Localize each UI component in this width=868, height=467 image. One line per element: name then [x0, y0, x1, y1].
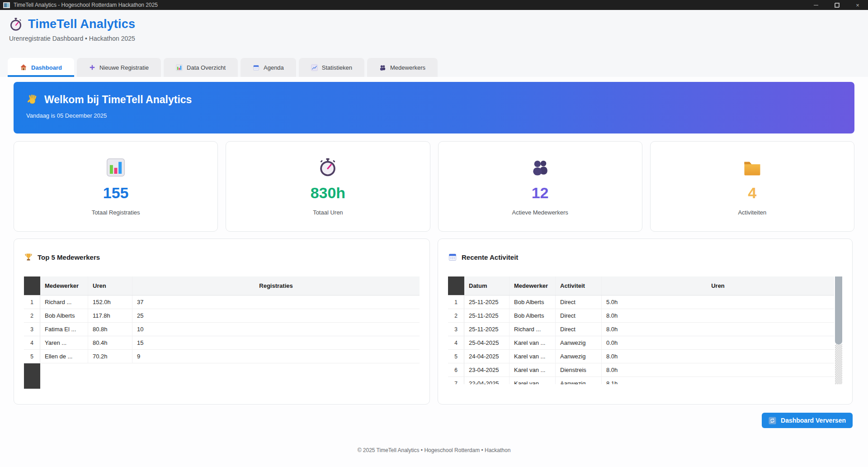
close-icon: ×	[856, 2, 859, 9]
tab-agenda[interactable]: Agenda	[241, 58, 296, 77]
table-row[interactable]: 722-04-2025Karel van ...Aanwezig8.1h	[448, 377, 834, 384]
close-button[interactable]: ×	[847, 0, 868, 10]
people-icon	[531, 158, 550, 177]
table-cell: 8.1h	[602, 377, 834, 384]
table-cell: Aanwezig	[556, 336, 602, 349]
table-row[interactable]: 5Ellen de ...70.2h9	[24, 350, 420, 363]
tab-label: Nieuwe Registratie	[99, 64, 149, 71]
stat-card-activiteiten: 4 Activiteiten	[650, 141, 854, 232]
tab-statistieken[interactable]: Statistieken	[299, 58, 364, 77]
column-header[interactable]: Uren	[88, 276, 132, 295]
stat-label: Actieve Medewerkers	[512, 209, 568, 216]
column-header[interactable]: Registraties	[132, 276, 420, 295]
table-row[interactable]: 623-04-2025Karel van ...Dienstreis8.0h	[448, 363, 834, 377]
row-index-cell: 6	[448, 363, 464, 376]
column-header[interactable]: Medewerker	[40, 276, 88, 295]
line-chart-icon	[311, 64, 318, 71]
recent-table: Datum Medewerker Activiteit Uren 125-11-…	[448, 276, 834, 384]
table-cell: Dienstreis	[556, 363, 602, 376]
stopwatch-icon	[9, 18, 23, 31]
stat-value: 4	[748, 184, 756, 202]
table-cell: 15	[132, 336, 420, 349]
table-cell: 10	[132, 323, 420, 336]
table-cell: Aanwezig	[556, 377, 602, 384]
table-cell: 8.0h	[602, 363, 834, 376]
column-header[interactable]: Medewerker	[509, 276, 556, 295]
table-row[interactable]: 225-11-2025Bob AlbertsDirect8.0h	[448, 309, 834, 323]
row-index-cell: 2	[24, 309, 40, 322]
table-row[interactable]: 125-11-2025Bob AlbertsDirect5.0h	[448, 295, 834, 309]
waving-hand-icon	[26, 94, 38, 106]
row-index-cell: 5	[24, 350, 40, 363]
tab-data-overzicht[interactable]: Data Overzicht	[164, 58, 238, 77]
table-cell: 24-04-2025	[464, 350, 509, 363]
bar-chart-icon	[106, 158, 125, 177]
index-column-filler	[24, 363, 40, 389]
row-index-cell: 4	[448, 336, 464, 349]
calendar-icon	[448, 253, 457, 262]
table-row[interactable]: 4Yaren ...80.4h15	[24, 336, 420, 350]
table-cell: Richard ...	[509, 323, 556, 336]
stat-label: Totaal Registraties	[92, 209, 140, 216]
table-cell: 152.0h	[88, 295, 132, 309]
table-row[interactable]: 2Bob Alberts117.8h25	[24, 309, 420, 323]
refresh-button-label: Dashboard Verversen	[781, 417, 846, 424]
stat-card-medewerkers: 12 Actieve Medewerkers	[438, 141, 642, 232]
table-row[interactable]: 1Richard ...152.0h37	[24, 295, 420, 309]
dashboard-panels: Top 5 Medewerkers Medewerker Uren Regist…	[14, 238, 853, 405]
column-header[interactable]: Activiteit	[556, 276, 602, 295]
tab-dashboard[interactable]: Dashboard	[8, 58, 74, 77]
table-cell: 70.2h	[88, 350, 132, 363]
table-cell: 25-11-2025	[464, 295, 509, 309]
scrollbar-thumb[interactable]	[835, 276, 842, 344]
table-cell: Yaren ...	[40, 336, 88, 349]
app-icon	[3, 2, 10, 8]
scrollbar-track[interactable]	[835, 344, 842, 384]
minimize-button[interactable]	[806, 0, 826, 10]
trophy-icon	[24, 253, 33, 262]
vertical-scrollbar[interactable]	[835, 276, 842, 384]
folder-icon	[743, 158, 762, 177]
table-cell: 37	[132, 295, 420, 309]
table-cell: Bob Alberts	[509, 295, 556, 309]
row-index-cell: 7	[448, 377, 464, 384]
banner-title: Welkom bij TimeTell Analytics	[44, 94, 192, 106]
table-cell: 5.0h	[602, 295, 834, 309]
page-subtitle: Urenregistratie Dashboard • Hackathon 20…	[0, 31, 868, 42]
table-cell: 8.0h	[602, 350, 834, 363]
dashboard-refresh-button[interactable]: Dashboard Verversen	[762, 413, 853, 428]
index-column-header[interactable]	[448, 276, 464, 295]
table-cell: 25	[132, 309, 420, 322]
table-cell: 8.0h	[602, 309, 834, 322]
stat-card-registraties: 155 Totaal Registraties	[14, 141, 218, 232]
column-header[interactable]: Datum	[464, 276, 509, 295]
table-cell: 117.8h	[88, 309, 132, 322]
page-title: TimeTell Analytics	[28, 17, 135, 31]
panel-title: Recente Activiteit	[462, 253, 518, 261]
table-row[interactable]: 3Fatima El ...80.8h10	[24, 323, 420, 336]
tab-label: Statistieken	[322, 64, 352, 71]
title-bar: TimeTell Analytics - Hogeschool Rotterda…	[0, 0, 868, 10]
tab-label: Dashboard	[31, 64, 62, 71]
index-column-header[interactable]	[24, 276, 40, 295]
top5-table: Medewerker Uren Registraties 1Richard ..…	[24, 276, 420, 389]
stat-label: Activiteiten	[738, 209, 766, 216]
tab-bar: Dashboard Nieuwe Registratie Data Overzi…	[8, 58, 438, 77]
table-cell: 0.0h	[602, 336, 834, 349]
table-cell: 80.4h	[88, 336, 132, 349]
stat-value: 12	[532, 184, 549, 202]
table-cell: Karel van ...	[509, 336, 556, 349]
tab-label: Medewerkers	[390, 64, 425, 71]
tab-medewerkers[interactable]: Medewerkers	[367, 58, 438, 77]
table-cell: Direct	[556, 323, 602, 336]
table-row[interactable]: 524-04-2025Karel van ...Aanwezig8.0h	[448, 350, 834, 363]
restore-button[interactable]	[826, 0, 847, 10]
table-row[interactable]: 325-11-2025Richard ...Direct8.0h	[448, 323, 834, 336]
tab-nieuwe-registratie[interactable]: Nieuwe Registratie	[77, 58, 161, 77]
row-index-cell: 3	[24, 323, 40, 336]
stat-label: Totaal Uren	[313, 209, 343, 216]
column-header[interactable]: Uren	[602, 276, 834, 295]
table-row[interactable]: 425-04-2025Karel van ...Aanwezig0.0h	[448, 336, 834, 350]
row-index-cell: 1	[24, 295, 40, 309]
table-cell: Richard ...	[40, 295, 88, 309]
